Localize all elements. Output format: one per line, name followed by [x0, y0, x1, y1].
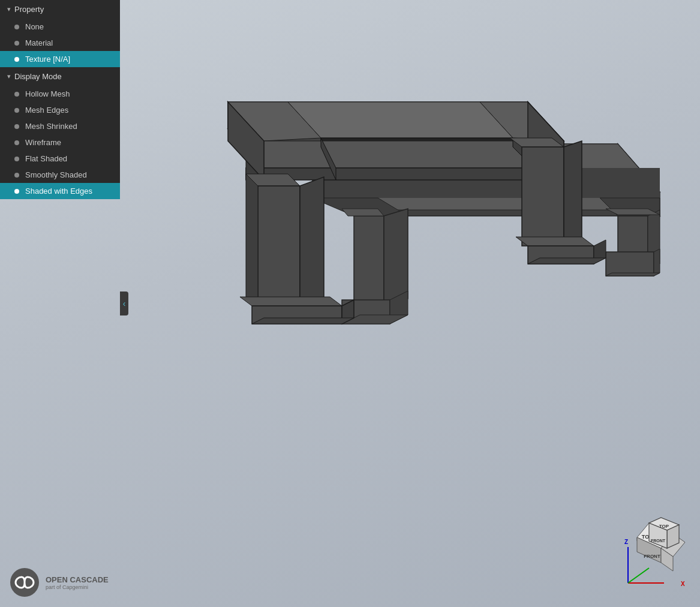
svg-text:FRONT: FRONT [651, 539, 666, 543]
bullet-texture [14, 57, 19, 62]
display-mode-arrow: ▾ [7, 73, 11, 80]
logo-name: OPEN CASCADE [46, 575, 109, 584]
display-mode-section-label: Display Mode [14, 72, 62, 81]
hollow-mesh-label: Hollow Mesh [25, 89, 70, 98]
property-section-header[interactable]: ▾ Property [0, 0, 120, 19]
svg-marker-38 [246, 168, 564, 180]
svg-marker-48 [246, 174, 258, 306]
bullet-shaded-edges [14, 189, 19, 194]
shaded-edges-label: Shaded with Edges [25, 187, 92, 196]
svg-marker-35 [288, 102, 513, 138]
svg-marker-47 [300, 177, 324, 306]
mesh-shrinked-label: Mesh Shrinked [25, 122, 77, 131]
bullet-smoothly-shaded [14, 173, 19, 178]
opencascade-logo [10, 567, 40, 597]
property-none[interactable]: None [0, 19, 120, 35]
property-arrow: ▾ [7, 5, 11, 13]
svg-text:FRONT: FRONT [644, 554, 660, 559]
svg-marker-24 [654, 249, 660, 276]
display-shaded-with-edges[interactable]: Shaded with Edges [0, 183, 120, 199]
display-flat-shaded[interactable]: Flat Shaded [0, 151, 120, 167]
property-material-label: Material [25, 38, 53, 47]
mesh-edges-label: Mesh Edges [25, 106, 68, 115]
svg-marker-59 [528, 258, 606, 264]
display-mesh-shrinked[interactable]: Mesh Shrinked [0, 118, 120, 134]
svg-marker-54 [522, 147, 564, 246]
collapse-handle[interactable]: ‹ [120, 292, 128, 315]
display-smoothly-shaded[interactable]: Smoothly Shaded [0, 167, 120, 183]
svg-marker-52 [252, 318, 354, 324]
bullet-flat-shaded [14, 157, 19, 161]
flat-shaded-label: Flat Shaded [25, 154, 67, 163]
svg-marker-49 [240, 297, 342, 306]
svg-text:TOP: TOP [659, 524, 669, 529]
svg-marker-46 [258, 186, 300, 306]
left-panel: ▾ Property None Material Texture [N/A] ▾… [0, 0, 120, 199]
collapse-icon: ‹ [123, 299, 126, 308]
display-mode-section-header[interactable]: ▾ Display Mode [0, 67, 120, 86]
wireframe-label: Wireframe [25, 138, 61, 147]
logo-sub: part of Capgemini [46, 584, 109, 590]
display-hollow-mesh[interactable]: Hollow Mesh [0, 86, 120, 102]
bullet-wireframe [14, 140, 19, 145]
property-texture-label: Texture [N/A] [25, 55, 70, 64]
display-wireframe[interactable]: Wireframe [0, 134, 120, 151]
svg-text:Z: Z [624, 539, 628, 545]
svg-marker-55 [564, 141, 582, 246]
property-material[interactable]: Material [0, 35, 120, 51]
nav-cube-svg: Z X TOP FRONT TOP [616, 517, 688, 595]
bullet-hollow-mesh [14, 92, 19, 97]
bullet-material [14, 41, 19, 46]
logo-text: OPEN CASCADE part of Capgemini [46, 575, 109, 590]
property-none-label: None [25, 22, 44, 31]
svg-line-62 [628, 568, 649, 583]
navigation-cube[interactable]: Z X TOP FRONT TOP [616, 517, 688, 595]
property-texture[interactable]: Texture [N/A] [0, 51, 120, 67]
3d-bench-main [108, 48, 648, 480]
svg-marker-56 [516, 237, 594, 246]
bullet-mesh-shrinked [14, 124, 19, 129]
smoothly-shaded-label: Smoothly Shaded [25, 170, 87, 179]
bullet-mesh-edges [14, 108, 19, 113]
display-mesh-edges[interactable]: Mesh Edges [0, 102, 120, 118]
property-section-label: Property [14, 5, 44, 14]
svg-text:X: X [681, 581, 685, 587]
logo-area: OPEN CASCADE part of Capgemini [10, 567, 109, 597]
bullet-none [14, 25, 19, 29]
